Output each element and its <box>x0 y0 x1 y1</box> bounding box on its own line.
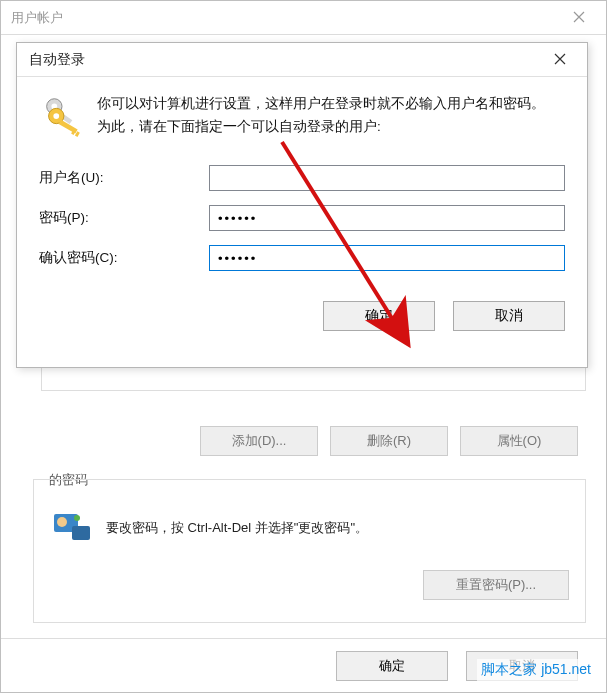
parent-ok-label: 确定 <box>379 657 405 675</box>
modal-message-line1: 你可以对计算机进行设置，这样用户在登录时就不必输入用户名和密码。 <box>97 96 545 111</box>
auto-logon-dialog: 自动登录 你可以对计算机进行设 <box>16 42 588 368</box>
svg-point-8 <box>53 113 59 119</box>
svg-point-1 <box>57 517 67 527</box>
modal-ok-button[interactable]: 确定 <box>323 301 435 331</box>
add-user-button[interactable]: 添加(D)... <box>200 426 318 456</box>
properties-label: 属性(O) <box>497 432 542 450</box>
add-user-label: 添加(D)... <box>232 432 287 450</box>
username-label: 用户名(U): <box>39 169 209 187</box>
modal-cancel-label: 取消 <box>495 307 523 325</box>
modal-ok-label: 确定 <box>365 307 393 325</box>
parent-titlebar: 用户帐户 <box>1 1 606 35</box>
modal-close-button[interactable] <box>537 45 583 75</box>
close-icon <box>554 52 566 68</box>
confirm-password-input[interactable] <box>209 245 565 271</box>
modal-message-line2: 为此，请在下面指定一个可以自动登录的用户: <box>97 119 381 134</box>
watermark: 脚本之家 jb51.net <box>477 659 595 681</box>
remove-user-button[interactable]: 删除(R) <box>330 426 448 456</box>
password-input[interactable] <box>209 205 565 231</box>
reset-password-button[interactable]: 重置密码(P)... <box>423 570 569 600</box>
username-input[interactable] <box>209 165 565 191</box>
bg-user-buttons-row: 添加(D)... 删除(R) 属性(O) <box>200 426 578 456</box>
user-avatar-icon <box>50 508 90 548</box>
parent-close-button[interactable] <box>556 2 602 34</box>
properties-button[interactable]: 属性(O) <box>460 426 578 456</box>
modal-title: 自动登录 <box>29 51 85 69</box>
svg-rect-2 <box>72 526 90 540</box>
password-group: 要改密码，按 Ctrl-Alt-Del 并选择"更改密码"。 重置密码(P)..… <box>33 479 586 623</box>
keys-icon <box>39 93 85 143</box>
password-label: 密码(P): <box>39 209 209 227</box>
parent-ok-button[interactable]: 确定 <box>336 651 448 681</box>
remove-user-label: 删除(R) <box>367 432 411 450</box>
modal-cancel-button[interactable]: 取消 <box>453 301 565 331</box>
parent-title: 用户帐户 <box>11 9 63 27</box>
modal-titlebar: 自动登录 <box>17 43 587 77</box>
password-instruction-text: 要改密码，按 Ctrl-Alt-Del 并选择"更改密码"。 <box>106 519 368 537</box>
svg-point-3 <box>74 515 80 521</box>
reset-password-label: 重置密码(P)... <box>456 576 536 594</box>
modal-message: 你可以对计算机进行设置，这样用户在登录时就不必输入用户名和密码。 为此，请在下面… <box>97 93 545 139</box>
confirm-password-label: 确认密码(C): <box>39 249 209 267</box>
close-icon <box>573 10 585 26</box>
